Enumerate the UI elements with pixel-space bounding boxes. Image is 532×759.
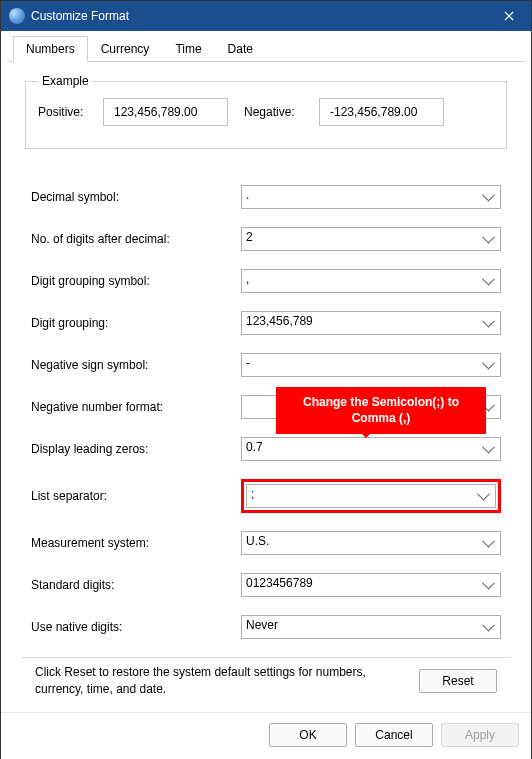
row-list-separator: List separator: ; [21, 479, 511, 513]
row-grouping-symbol: Digit grouping symbol: , [21, 269, 511, 293]
row-neg-sign: Negative sign symbol: - [21, 353, 511, 377]
combo-digits-after[interactable]: 2 [241, 227, 501, 251]
footer-buttons: OK Cancel Apply [1, 712, 531, 759]
close-button[interactable] [486, 1, 531, 31]
negative-value: -123,456,789.00 [319, 98, 444, 126]
combo-decimal-symbol[interactable]: . [241, 185, 501, 209]
row-measurement: Measurement system: U.S. [21, 531, 511, 555]
annotation-callout: Change the Semicolon(;) to Comma (,) [276, 387, 486, 434]
tabs: Numbers Currency Time Date [7, 35, 525, 62]
positive-label: Positive: [38, 105, 93, 119]
combo-std-digits[interactable]: 0123456789 [241, 573, 501, 597]
separator [21, 657, 511, 658]
tab-numbers[interactable]: Numbers [13, 36, 88, 62]
example-group: Example Positive: 123,456,789.00 Negativ… [25, 74, 507, 149]
label-neg-format: Negative number format: [31, 400, 241, 414]
combo-measurement[interactable]: U.S. [241, 531, 501, 555]
combo-list-separator[interactable]: ; [246, 484, 496, 508]
positive-value: 123,456,789.00 [103, 98, 228, 126]
titlebar: Customize Format [1, 1, 531, 31]
row-decimal-symbol: Decimal symbol: . [21, 185, 511, 209]
window-title: Customize Format [31, 9, 486, 23]
label-grouping-symbol: Digit grouping symbol: [31, 274, 241, 288]
tabs-area: Numbers Currency Time Date Example Posit… [1, 35, 531, 712]
row-digits-after: No. of digits after decimal: 2 [21, 227, 511, 251]
reset-text: Click Reset to restore the system defaul… [35, 664, 409, 698]
label-decimal-symbol: Decimal symbol: [31, 190, 241, 204]
tab-currency[interactable]: Currency [88, 36, 163, 62]
label-grouping: Digit grouping: [31, 316, 241, 330]
label-native-digits: Use native digits: [31, 620, 241, 634]
tab-time[interactable]: Time [162, 36, 214, 62]
ok-button[interactable]: OK [269, 723, 347, 747]
negative-label: Negative: [244, 105, 309, 119]
label-list-separator: List separator: [31, 489, 241, 503]
label-neg-sign: Negative sign symbol: [31, 358, 241, 372]
tab-date[interactable]: Date [215, 36, 266, 62]
label-leading-zeros: Display leading zeros: [31, 442, 241, 456]
example-legend: Example [38, 74, 93, 88]
reset-row: Click Reset to restore the system defaul… [21, 664, 511, 708]
reset-button[interactable]: Reset [419, 669, 497, 693]
cancel-button[interactable]: Cancel [355, 723, 433, 747]
row-leading-zeros: Display leading zeros: 0.7 [21, 437, 511, 461]
row-native-digits: Use native digits: Never [21, 615, 511, 639]
combo-native-digits[interactable]: Never [241, 615, 501, 639]
app-icon [9, 8, 25, 24]
row-std-digits: Standard digits: 0123456789 [21, 573, 511, 597]
label-digits-after: No. of digits after decimal: [31, 232, 241, 246]
label-std-digits: Standard digits: [31, 578, 241, 592]
apply-button[interactable]: Apply [441, 723, 519, 747]
combo-neg-sign[interactable]: - [241, 353, 501, 377]
combo-grouping-symbol[interactable]: , [241, 269, 501, 293]
label-measurement: Measurement system: [31, 536, 241, 550]
row-grouping: Digit grouping: 123,456,789 [21, 311, 511, 335]
combo-grouping[interactable]: 123,456,789 [241, 311, 501, 335]
window: Customize Format Numbers Currency Time D… [0, 0, 532, 759]
